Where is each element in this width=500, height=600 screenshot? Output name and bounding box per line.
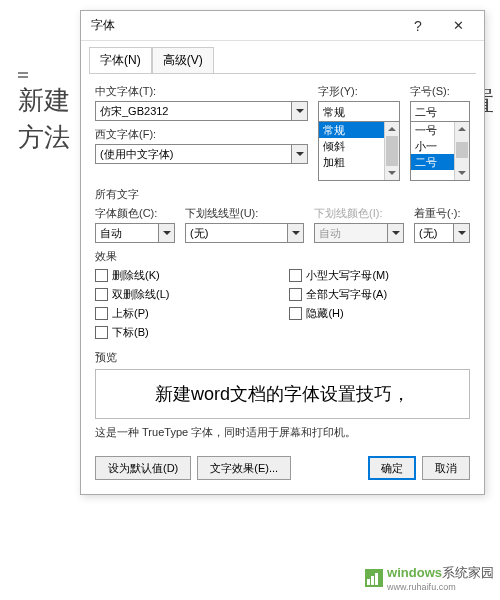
all-caps-label: 全部大写字母(A): [306, 287, 387, 302]
font-section: 中文字体(T): 仿宋_GB2312 西文字体(F): (使用中文字体) 字形(…: [81, 74, 484, 446]
underline-color-label: 下划线颜色(I):: [314, 206, 404, 221]
size-input[interactable]: [410, 101, 470, 121]
west-font-label: 西文字体(F):: [95, 127, 308, 142]
cn-font-value: 仿宋_GB2312: [96, 102, 291, 120]
checkbox-box: [95, 269, 108, 282]
underline-color-combo: 自动: [314, 223, 404, 243]
watermark: windows系统家园 www.ruhaifu.com: [365, 564, 494, 592]
preview-box: 新建word文档的字体设置技巧，: [95, 369, 470, 419]
style-input[interactable]: [318, 101, 400, 121]
dbl-strike-checkbox[interactable]: 双删除线(L): [95, 287, 169, 302]
dialog-footer: 设为默认值(D) 文字效果(E)... 确定 取消: [81, 446, 484, 494]
watermark-text: windows系统家园 www.ruhaifu.com: [387, 564, 494, 592]
help-button[interactable]: ?: [398, 12, 438, 40]
size-listbox[interactable]: 一号 小一 二号: [410, 121, 470, 181]
tab-font[interactable]: 字体(N): [89, 47, 152, 73]
scroll-down-icon[interactable]: [455, 166, 469, 180]
watermark-url: www.ruhaifu.com: [387, 582, 494, 592]
chevron-down-icon[interactable]: [291, 145, 307, 163]
tab-bar: 字体(N) 高级(V): [81, 41, 484, 73]
cn-font-label: 中文字体(T):: [95, 84, 308, 99]
chevron-down-icon[interactable]: [453, 224, 469, 242]
effects-label: 效果: [95, 249, 470, 264]
emphasis-label: 着重号(·):: [414, 206, 470, 221]
cancel-button[interactable]: 取消: [422, 456, 470, 480]
dialog-title: 字体: [91, 17, 398, 34]
scroll-up-icon[interactable]: [455, 122, 469, 136]
subscript-checkbox[interactable]: 下标(B): [95, 325, 169, 340]
small-caps-label: 小型大写字母(M): [306, 268, 389, 283]
superscript-label: 上标(P): [112, 306, 149, 321]
subscript-label: 下标(B): [112, 325, 149, 340]
underline-value: (无): [186, 224, 287, 242]
checkbox-box: [95, 288, 108, 301]
bg-line2: 方法: [18, 122, 70, 152]
scrollbar[interactable]: [384, 122, 399, 180]
close-button[interactable]: ✕: [438, 12, 478, 40]
font-color-value: 自动: [96, 224, 158, 242]
scrollbar[interactable]: [454, 122, 469, 180]
cancel-label: 取消: [435, 461, 457, 476]
text-effects-label: 文字效果(E)...: [210, 461, 278, 476]
document-background-text: 新建 方法: [18, 82, 70, 157]
scroll-down-icon[interactable]: [385, 166, 399, 180]
size-value[interactable]: [411, 102, 500, 121]
tab-font-label: 字体(N): [100, 53, 141, 67]
size-label: 字号(S):: [410, 84, 470, 99]
style-listbox[interactable]: 常规 倾斜 加粗: [318, 121, 400, 181]
hidden-label: 隐藏(H): [306, 306, 343, 321]
cn-font-combo[interactable]: 仿宋_GB2312: [95, 101, 308, 121]
font-color-label: 字体颜色(C):: [95, 206, 175, 221]
dbl-strike-label: 双删除线(L): [112, 287, 169, 302]
watermark-suffix: 系统家园: [442, 565, 494, 580]
windows-logo-icon: [365, 569, 383, 587]
preview-text: 新建word文档的字体设置技巧，: [155, 382, 410, 406]
checkbox-box: [289, 269, 302, 282]
all-caps-checkbox[interactable]: 全部大写字母(A): [289, 287, 389, 302]
chevron-down-icon: [387, 224, 403, 242]
chevron-down-icon[interactable]: [287, 224, 303, 242]
scroll-thumb[interactable]: [386, 136, 398, 166]
hidden-checkbox[interactable]: 隐藏(H): [289, 306, 389, 321]
checkbox-box: [95, 307, 108, 320]
strike-label: 删除线(K): [112, 268, 160, 283]
scroll-up-icon[interactable]: [385, 122, 399, 136]
checkbox-box: [95, 326, 108, 339]
font-color-combo[interactable]: 自动: [95, 223, 175, 243]
titlebar: 字体 ? ✕: [81, 11, 484, 41]
emphasis-value: (无): [415, 224, 453, 242]
underline-combo[interactable]: (无): [185, 223, 304, 243]
style-label: 字形(Y):: [318, 84, 400, 99]
tab-advanced[interactable]: 高级(V): [152, 47, 214, 73]
set-default-button[interactable]: 设为默认值(D): [95, 456, 191, 480]
all-text-label: 所有文字: [95, 187, 470, 202]
superscript-checkbox[interactable]: 上标(P): [95, 306, 169, 321]
chevron-down-icon[interactable]: [158, 224, 174, 242]
chevron-down-icon[interactable]: [291, 102, 307, 120]
font-dialog: 字体 ? ✕ 字体(N) 高级(V) 中文字体(T): 仿宋_GB2312 西文…: [80, 10, 485, 495]
bg-line1: 新建: [18, 85, 70, 115]
preview-description: 这是一种 TrueType 字体，同时适用于屏幕和打印机。: [95, 425, 470, 440]
checkbox-box: [289, 307, 302, 320]
small-caps-checkbox[interactable]: 小型大写字母(M): [289, 268, 389, 283]
ok-button[interactable]: 确定: [368, 456, 416, 480]
underline-color-value: 自动: [315, 224, 387, 242]
text-effects-button[interactable]: 文字效果(E)...: [197, 456, 291, 480]
set-default-label: 设为默认值(D): [108, 461, 178, 476]
west-font-combo[interactable]: (使用中文字体): [95, 144, 308, 164]
ok-label: 确定: [381, 461, 403, 476]
west-font-value: (使用中文字体): [96, 145, 291, 163]
scroll-thumb[interactable]: [456, 142, 468, 158]
checkbox-box: [289, 288, 302, 301]
underline-label: 下划线线型(U):: [185, 206, 304, 221]
insertion-cursor: [18, 72, 28, 74]
preview-label: 预览: [95, 350, 470, 365]
strike-checkbox[interactable]: 删除线(K): [95, 268, 169, 283]
tab-advanced-label: 高级(V): [163, 53, 203, 67]
watermark-brand: windows: [387, 565, 442, 580]
emphasis-combo[interactable]: (无): [414, 223, 470, 243]
